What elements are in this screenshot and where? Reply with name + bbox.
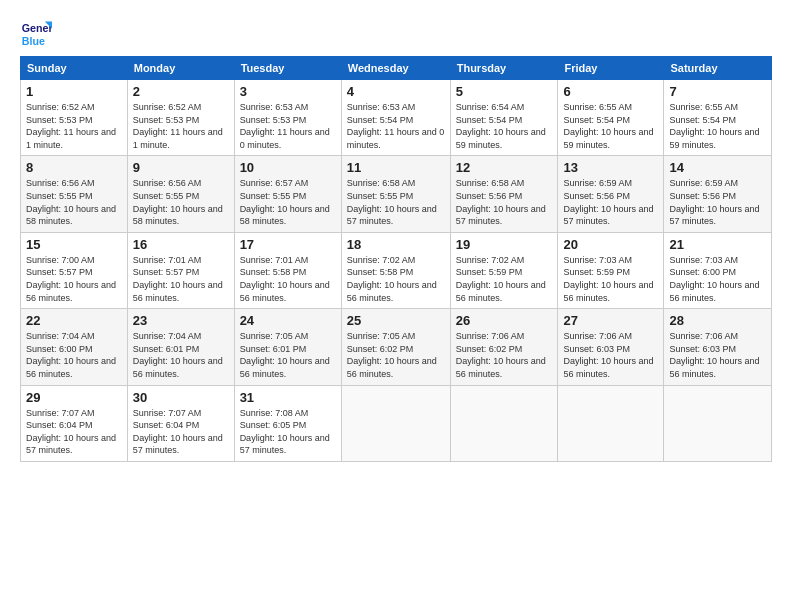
calendar-week-4: 22 Sunrise: 7:04 AM Sunset: 6:00 PM Dayl… xyxy=(21,309,772,385)
day-info: Sunrise: 7:01 AM Sunset: 5:58 PM Dayligh… xyxy=(240,254,336,304)
day-number: 21 xyxy=(669,237,766,252)
calendar-cell: 21 Sunrise: 7:03 AM Sunset: 6:00 PM Dayl… xyxy=(664,232,772,308)
calendar-header-thursday: Thursday xyxy=(450,57,558,80)
calendar-cell: 2 Sunrise: 6:52 AM Sunset: 5:53 PM Dayli… xyxy=(127,80,234,156)
calendar-cell: 31 Sunrise: 7:08 AM Sunset: 6:05 PM Dayl… xyxy=(234,385,341,461)
page: General Blue SundayMondayTuesdayWednesda… xyxy=(0,0,792,472)
calendar-cell: 11 Sunrise: 6:58 AM Sunset: 5:55 PM Dayl… xyxy=(341,156,450,232)
calendar-cell: 7 Sunrise: 6:55 AM Sunset: 5:54 PM Dayli… xyxy=(664,80,772,156)
day-number: 14 xyxy=(669,160,766,175)
calendar-cell: 3 Sunrise: 6:53 AM Sunset: 5:53 PM Dayli… xyxy=(234,80,341,156)
calendar-cell: 18 Sunrise: 7:02 AM Sunset: 5:58 PM Dayl… xyxy=(341,232,450,308)
day-number: 8 xyxy=(26,160,122,175)
day-info: Sunrise: 7:01 AM Sunset: 5:57 PM Dayligh… xyxy=(133,254,229,304)
day-number: 16 xyxy=(133,237,229,252)
day-info: Sunrise: 6:54 AM Sunset: 5:54 PM Dayligh… xyxy=(456,101,553,151)
day-number: 24 xyxy=(240,313,336,328)
day-info: Sunrise: 7:06 AM Sunset: 6:02 PM Dayligh… xyxy=(456,330,553,380)
header: General Blue xyxy=(20,18,772,50)
day-info: Sunrise: 6:53 AM Sunset: 5:53 PM Dayligh… xyxy=(240,101,336,151)
calendar-header-friday: Friday xyxy=(558,57,664,80)
day-number: 5 xyxy=(456,84,553,99)
day-info: Sunrise: 6:52 AM Sunset: 5:53 PM Dayligh… xyxy=(26,101,122,151)
calendar-cell: 15 Sunrise: 7:00 AM Sunset: 5:57 PM Dayl… xyxy=(21,232,128,308)
day-number: 23 xyxy=(133,313,229,328)
day-number: 13 xyxy=(563,160,658,175)
calendar-cell xyxy=(341,385,450,461)
day-number: 28 xyxy=(669,313,766,328)
day-number: 18 xyxy=(347,237,445,252)
calendar-cell: 4 Sunrise: 6:53 AM Sunset: 5:54 PM Dayli… xyxy=(341,80,450,156)
day-info: Sunrise: 6:56 AM Sunset: 5:55 PM Dayligh… xyxy=(133,177,229,227)
day-number: 4 xyxy=(347,84,445,99)
calendar-week-5: 29 Sunrise: 7:07 AM Sunset: 6:04 PM Dayl… xyxy=(21,385,772,461)
calendar-cell xyxy=(450,385,558,461)
calendar-cell: 6 Sunrise: 6:55 AM Sunset: 5:54 PM Dayli… xyxy=(558,80,664,156)
calendar-table: SundayMondayTuesdayWednesdayThursdayFrid… xyxy=(20,56,772,462)
day-number: 29 xyxy=(26,390,122,405)
calendar-cell: 17 Sunrise: 7:01 AM Sunset: 5:58 PM Dayl… xyxy=(234,232,341,308)
day-info: Sunrise: 7:04 AM Sunset: 6:00 PM Dayligh… xyxy=(26,330,122,380)
day-number: 19 xyxy=(456,237,553,252)
day-info: Sunrise: 6:53 AM Sunset: 5:54 PM Dayligh… xyxy=(347,101,445,151)
calendar-cell: 9 Sunrise: 6:56 AM Sunset: 5:55 PM Dayli… xyxy=(127,156,234,232)
calendar-cell xyxy=(664,385,772,461)
day-number: 20 xyxy=(563,237,658,252)
calendar-week-3: 15 Sunrise: 7:00 AM Sunset: 5:57 PM Dayl… xyxy=(21,232,772,308)
day-number: 22 xyxy=(26,313,122,328)
calendar-cell: 29 Sunrise: 7:07 AM Sunset: 6:04 PM Dayl… xyxy=(21,385,128,461)
calendar-cell: 8 Sunrise: 6:56 AM Sunset: 5:55 PM Dayli… xyxy=(21,156,128,232)
calendar-week-2: 8 Sunrise: 6:56 AM Sunset: 5:55 PM Dayli… xyxy=(21,156,772,232)
calendar-cell: 10 Sunrise: 6:57 AM Sunset: 5:55 PM Dayl… xyxy=(234,156,341,232)
day-info: Sunrise: 7:06 AM Sunset: 6:03 PM Dayligh… xyxy=(563,330,658,380)
day-number: 17 xyxy=(240,237,336,252)
day-info: Sunrise: 6:55 AM Sunset: 5:54 PM Dayligh… xyxy=(669,101,766,151)
calendar-cell: 23 Sunrise: 7:04 AM Sunset: 6:01 PM Dayl… xyxy=(127,309,234,385)
calendar-header-saturday: Saturday xyxy=(664,57,772,80)
calendar-header-tuesday: Tuesday xyxy=(234,57,341,80)
calendar-cell: 30 Sunrise: 7:07 AM Sunset: 6:04 PM Dayl… xyxy=(127,385,234,461)
day-info: Sunrise: 7:00 AM Sunset: 5:57 PM Dayligh… xyxy=(26,254,122,304)
day-info: Sunrise: 7:03 AM Sunset: 5:59 PM Dayligh… xyxy=(563,254,658,304)
day-number: 1 xyxy=(26,84,122,99)
calendar-cell: 13 Sunrise: 6:59 AM Sunset: 5:56 PM Dayl… xyxy=(558,156,664,232)
day-number: 11 xyxy=(347,160,445,175)
day-number: 31 xyxy=(240,390,336,405)
day-number: 3 xyxy=(240,84,336,99)
day-info: Sunrise: 7:04 AM Sunset: 6:01 PM Dayligh… xyxy=(133,330,229,380)
calendar-header-wednesday: Wednesday xyxy=(341,57,450,80)
calendar-week-1: 1 Sunrise: 6:52 AM Sunset: 5:53 PM Dayli… xyxy=(21,80,772,156)
calendar-cell: 1 Sunrise: 6:52 AM Sunset: 5:53 PM Dayli… xyxy=(21,80,128,156)
day-info: Sunrise: 7:07 AM Sunset: 6:04 PM Dayligh… xyxy=(133,407,229,457)
day-info: Sunrise: 6:52 AM Sunset: 5:53 PM Dayligh… xyxy=(133,101,229,151)
day-info: Sunrise: 7:05 AM Sunset: 6:02 PM Dayligh… xyxy=(347,330,445,380)
calendar-cell: 27 Sunrise: 7:06 AM Sunset: 6:03 PM Dayl… xyxy=(558,309,664,385)
day-number: 30 xyxy=(133,390,229,405)
day-number: 2 xyxy=(133,84,229,99)
day-number: 7 xyxy=(669,84,766,99)
calendar-cell: 20 Sunrise: 7:03 AM Sunset: 5:59 PM Dayl… xyxy=(558,232,664,308)
calendar-header-row: SundayMondayTuesdayWednesdayThursdayFrid… xyxy=(21,57,772,80)
logo-icon: General Blue xyxy=(20,18,52,50)
calendar-header-sunday: Sunday xyxy=(21,57,128,80)
calendar-cell: 12 Sunrise: 6:58 AM Sunset: 5:56 PM Dayl… xyxy=(450,156,558,232)
calendar-cell: 25 Sunrise: 7:05 AM Sunset: 6:02 PM Dayl… xyxy=(341,309,450,385)
day-info: Sunrise: 6:59 AM Sunset: 5:56 PM Dayligh… xyxy=(563,177,658,227)
calendar-body: 1 Sunrise: 6:52 AM Sunset: 5:53 PM Dayli… xyxy=(21,80,772,462)
calendar-cell: 22 Sunrise: 7:04 AM Sunset: 6:00 PM Dayl… xyxy=(21,309,128,385)
svg-text:Blue: Blue xyxy=(22,35,45,47)
calendar-cell: 24 Sunrise: 7:05 AM Sunset: 6:01 PM Dayl… xyxy=(234,309,341,385)
calendar-cell: 26 Sunrise: 7:06 AM Sunset: 6:02 PM Dayl… xyxy=(450,309,558,385)
calendar-header-monday: Monday xyxy=(127,57,234,80)
calendar-cell: 28 Sunrise: 7:06 AM Sunset: 6:03 PM Dayl… xyxy=(664,309,772,385)
day-info: Sunrise: 7:05 AM Sunset: 6:01 PM Dayligh… xyxy=(240,330,336,380)
logo: General Blue xyxy=(20,18,56,50)
day-number: 10 xyxy=(240,160,336,175)
day-info: Sunrise: 7:06 AM Sunset: 6:03 PM Dayligh… xyxy=(669,330,766,380)
day-number: 6 xyxy=(563,84,658,99)
day-info: Sunrise: 6:57 AM Sunset: 5:55 PM Dayligh… xyxy=(240,177,336,227)
calendar-cell: 5 Sunrise: 6:54 AM Sunset: 5:54 PM Dayli… xyxy=(450,80,558,156)
day-info: Sunrise: 7:08 AM Sunset: 6:05 PM Dayligh… xyxy=(240,407,336,457)
calendar-cell: 19 Sunrise: 7:02 AM Sunset: 5:59 PM Dayl… xyxy=(450,232,558,308)
calendar-cell: 14 Sunrise: 6:59 AM Sunset: 5:56 PM Dayl… xyxy=(664,156,772,232)
